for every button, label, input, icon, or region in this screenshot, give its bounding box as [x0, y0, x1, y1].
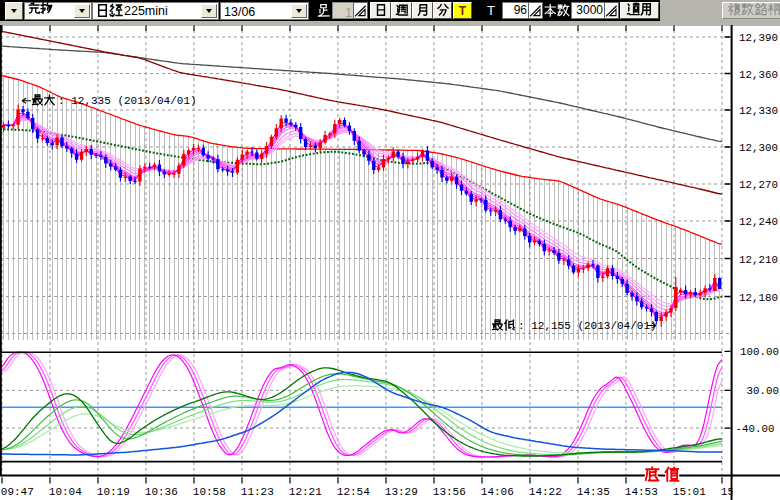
svg-text:12,210: 12,210 [739, 254, 778, 266]
svg-text:12,330: 12,330 [739, 105, 778, 117]
svg-text:12,240: 12,240 [739, 216, 778, 228]
svg-text:10:19: 10:19 [97, 486, 130, 498]
svg-text:15:01: 15:01 [673, 486, 706, 498]
svg-text:12,360: 12,360 [739, 69, 778, 81]
svg-text:12:54: 12:54 [337, 486, 370, 498]
svg-text:11:23: 11:23 [241, 486, 274, 498]
svg-text:14:35: 14:35 [577, 486, 610, 498]
svg-text:12,180: 12,180 [739, 292, 778, 304]
svg-text:13:29: 13:29 [385, 486, 418, 498]
svg-text:100.00: 100.00 [740, 346, 779, 358]
svg-text:-40.00: -40.00 [736, 423, 775, 435]
svg-text:14:22: 14:22 [529, 486, 562, 498]
svg-text:09:47: 09:47 [1, 486, 34, 498]
svg-text:10:04: 10:04 [49, 486, 82, 498]
svg-text:: 12,155 (2013/04/01): : 12,155 (2013/04/01) [518, 320, 657, 332]
svg-text:10:58: 10:58 [193, 486, 226, 498]
svg-text:12,270: 12,270 [739, 179, 778, 191]
svg-text:10:36: 10:36 [145, 486, 178, 498]
svg-text:30.00: 30.00 [747, 385, 779, 397]
svg-text:12:21: 12:21 [289, 486, 322, 498]
svg-text:14:53: 14:53 [625, 486, 658, 498]
svg-text:12,300: 12,300 [739, 142, 778, 154]
svg-text:13:56: 13:56 [433, 486, 466, 498]
svg-text:14:06: 14:06 [481, 486, 514, 498]
svg-text:: 12,335 (2013/04/01): : 12,335 (2013/04/01) [58, 95, 197, 107]
svg-text:12,390: 12,390 [739, 32, 778, 44]
